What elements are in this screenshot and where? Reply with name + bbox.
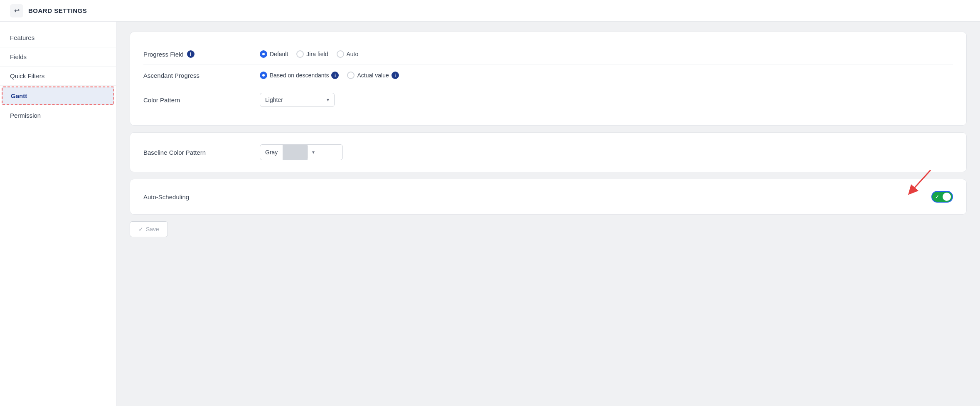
svg-line-0 bbox=[910, 170, 931, 193]
progress-field-label: Progress Field i bbox=[143, 50, 260, 58]
radio-auto[interactable]: Auto bbox=[337, 50, 359, 58]
baseline-dropdown-text: Gray bbox=[260, 146, 283, 159]
ascendant-progress-controls: Based on descendants i Actual value i bbox=[260, 72, 953, 79]
sidebar-item-fields[interactable]: Fields bbox=[0, 47, 116, 67]
main-content: Progress Field i Default Jira field bbox=[116, 22, 980, 406]
sidebar-item-permission[interactable]: Permission bbox=[0, 106, 116, 125]
ascendant-progress-label: Ascendant Progress bbox=[143, 72, 260, 79]
auto-scheduling-card: Auto-Scheduling bbox=[130, 179, 967, 215]
ascendant-progress-row: Ascendant Progress Based on descendants … bbox=[143, 64, 953, 86]
radio-default[interactable]: Default bbox=[260, 50, 288, 58]
radio-based-on-descendants[interactable]: Based on descendants i bbox=[260, 72, 339, 79]
radio-descendants-circle bbox=[260, 72, 267, 79]
radio-jira-field[interactable]: Jira field bbox=[296, 50, 328, 58]
auto-scheduling-controls: ✓ bbox=[260, 191, 953, 203]
layout: Features Fields Quick Filters Gantt Perm… bbox=[0, 22, 980, 406]
auto-scheduling-toggle[interactable]: ✓ bbox=[931, 191, 953, 203]
sidebar-item-features[interactable]: Features bbox=[0, 28, 116, 47]
sidebar-item-quick-filters[interactable]: Quick Filters bbox=[0, 67, 116, 86]
back-icon: ↩ bbox=[14, 7, 20, 15]
save-label: Save bbox=[146, 226, 159, 233]
color-pattern-controls: Lighter ▾ bbox=[260, 93, 953, 107]
page-title: BOARD SETTINGS bbox=[28, 7, 87, 14]
auto-scheduling-label: Auto-Scheduling bbox=[143, 193, 260, 201]
back-button[interactable]: ↩ bbox=[10, 4, 23, 17]
baseline-color-controls: Gray ▾ bbox=[260, 144, 953, 160]
save-button-wrapper: ✓ Save bbox=[130, 221, 967, 237]
baseline-color-card: Baseline Color Pattern Gray ▾ bbox=[130, 132, 967, 172]
radio-actual-value[interactable]: Actual value i bbox=[347, 72, 399, 79]
actual-value-info-icon[interactable]: i bbox=[392, 72, 399, 79]
sidebar-item-gantt[interactable]: Gantt bbox=[2, 87, 114, 105]
color-pattern-dropdown[interactable]: Lighter ▾ bbox=[260, 93, 335, 107]
progress-settings-card: Progress Field i Default Jira field bbox=[130, 32, 967, 126]
baseline-color-row: Baseline Color Pattern Gray ▾ bbox=[143, 144, 953, 160]
toggle-check-icon: ✓ bbox=[935, 194, 939, 200]
toggle-knob bbox=[943, 193, 951, 201]
header: ↩ BOARD SETTINGS bbox=[0, 0, 980, 22]
baseline-color-dropdown[interactable]: Gray ▾ bbox=[260, 144, 343, 160]
progress-field-row: Progress Field i Default Jira field bbox=[143, 44, 953, 64]
radio-default-circle bbox=[260, 50, 267, 58]
radio-actual-circle bbox=[347, 72, 355, 79]
color-pattern-label: Color Pattern bbox=[143, 97, 260, 104]
radio-jira-circle bbox=[296, 50, 304, 58]
color-pattern-chevron-icon: ▾ bbox=[327, 97, 329, 103]
progress-field-controls: Default Jira field Auto bbox=[260, 50, 953, 58]
baseline-color-swatch bbox=[283, 145, 308, 160]
auto-scheduling-row: Auto-Scheduling bbox=[143, 191, 953, 203]
baseline-chevron-icon: ▾ bbox=[308, 146, 319, 158]
color-pattern-row: Color Pattern Lighter ▾ bbox=[143, 86, 953, 114]
save-check-icon: ✓ bbox=[138, 226, 143, 233]
progress-field-radio-group: Default Jira field Auto bbox=[260, 50, 358, 58]
sidebar: Features Fields Quick Filters Gantt Perm… bbox=[0, 22, 116, 406]
progress-field-info-icon[interactable]: i bbox=[187, 50, 195, 58]
save-button[interactable]: ✓ Save bbox=[130, 221, 168, 237]
baseline-color-label: Baseline Color Pattern bbox=[143, 149, 260, 156]
descendants-info-icon[interactable]: i bbox=[331, 72, 339, 79]
radio-auto-circle bbox=[337, 50, 344, 58]
ascendant-radio-group: Based on descendants i Actual value i bbox=[260, 72, 399, 79]
